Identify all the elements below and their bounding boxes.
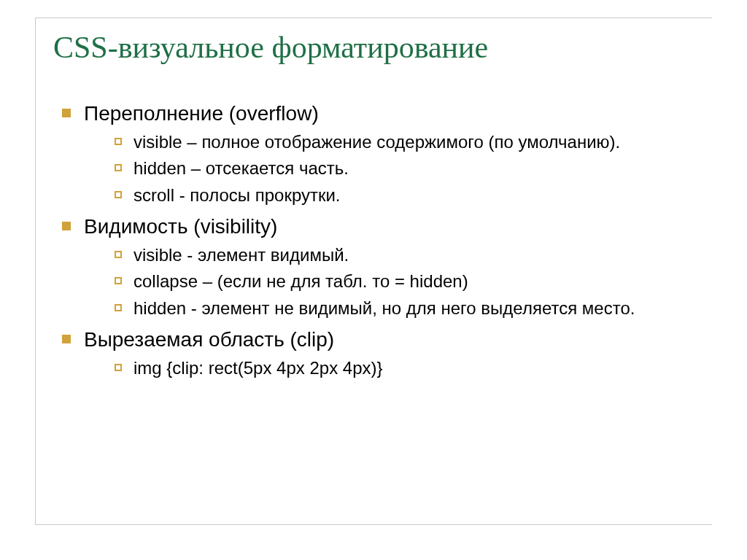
list-item: hidden - элемент не видимый, но для него…	[113, 297, 686, 320]
section-clip: Вырезаемая область (clip) img {clip: rec…	[59, 326, 686, 380]
section-heading: Переполнение (overflow)	[84, 102, 319, 125]
section-overflow: Переполнение (overflow) visible – полное…	[59, 100, 686, 207]
list-item: visible – полное отображение содержимого…	[113, 131, 686, 154]
section-heading: Видимость (visibility)	[84, 215, 277, 238]
sublist: visible - элемент видимый. collapse – (е…	[84, 244, 686, 320]
list-item: scroll - полосы прокрутки.	[113, 184, 686, 207]
list-item: visible - элемент видимый.	[113, 244, 686, 267]
sublist: img {clip: rect(5px 4px 2px 4px)}	[84, 357, 686, 380]
slide: CSS-визуальное форматирование Переполнен…	[0, 0, 747, 560]
section-visibility: Видимость (visibility) visible - элемент…	[59, 213, 686, 320]
content-list: Переполнение (overflow) visible – полное…	[53, 100, 686, 380]
list-item: collapse – (если не для табл. то = hidde…	[113, 270, 686, 293]
list-item: img {clip: rect(5px 4px 2px 4px)}	[113, 357, 686, 380]
slide-title: CSS-визуальное форматирование	[53, 30, 686, 65]
section-heading: Вырезаемая область (clip)	[84, 328, 334, 351]
slide-frame: CSS-визуальное форматирование Переполнен…	[35, 18, 712, 525]
list-item: hidden – отсекается часть.	[113, 157, 686, 180]
sublist: visible – полное отображение содержимого…	[84, 131, 686, 207]
